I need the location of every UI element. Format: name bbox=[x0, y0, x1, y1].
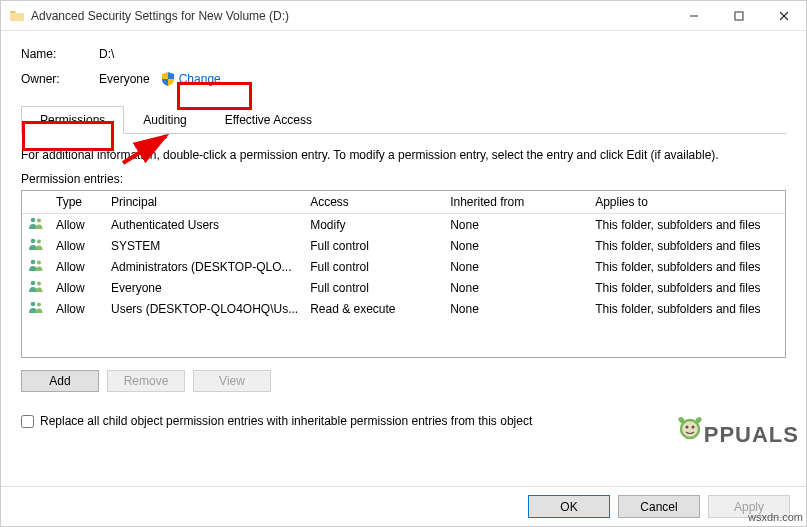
svg-point-17 bbox=[691, 426, 694, 429]
table-row[interactable]: AllowEveryoneFull controlNoneThis folder… bbox=[22, 277, 785, 298]
tab-permissions[interactable]: Permissions bbox=[21, 106, 124, 134]
cell-principal: Authenticated Users bbox=[105, 214, 304, 236]
tab-auditing[interactable]: Auditing bbox=[124, 106, 205, 134]
users-icon bbox=[22, 214, 50, 236]
cell-applies: This folder, subfolders and files bbox=[589, 256, 785, 277]
cell-principal: Administrators (DESKTOP-QLO... bbox=[105, 256, 304, 277]
svg-point-11 bbox=[37, 282, 41, 286]
watermark-logo: PPUALS bbox=[670, 415, 799, 455]
replace-checkbox-label: Replace all child object permission entr… bbox=[40, 414, 532, 428]
cell-applies: This folder, subfolders and files bbox=[589, 277, 785, 298]
svg-point-5 bbox=[37, 219, 41, 223]
svg-point-7 bbox=[37, 240, 41, 244]
cell-access: Read & execute bbox=[304, 298, 444, 319]
name-value: D:\ bbox=[99, 47, 114, 61]
cell-type: Allow bbox=[50, 214, 105, 236]
remove-button: Remove bbox=[107, 370, 185, 392]
tab-info-text: For additional information, double-click… bbox=[21, 148, 786, 162]
col-principal-header[interactable]: Principal bbox=[105, 191, 304, 214]
svg-point-16 bbox=[685, 426, 688, 429]
replace-checkbox-input[interactable] bbox=[21, 415, 34, 428]
svg-point-8 bbox=[31, 260, 36, 265]
col-type-header[interactable]: Type bbox=[50, 191, 105, 214]
cell-type: Allow bbox=[50, 277, 105, 298]
owner-row: Owner: Everyone Change bbox=[21, 71, 786, 87]
cell-access: Full control bbox=[304, 235, 444, 256]
cell-access: Full control bbox=[304, 277, 444, 298]
watermark-url: wsxdn.com bbox=[748, 511, 803, 523]
cell-applies: This folder, subfolders and files bbox=[589, 298, 785, 319]
svg-rect-1 bbox=[735, 12, 743, 20]
table-row[interactable]: AllowAuthenticated UsersModifyNoneThis f… bbox=[22, 214, 785, 236]
cell-inherited: None bbox=[444, 256, 589, 277]
svg-point-9 bbox=[37, 261, 41, 265]
svg-point-10 bbox=[31, 281, 36, 286]
cell-principal: SYSTEM bbox=[105, 235, 304, 256]
add-button[interactable]: Add bbox=[21, 370, 99, 392]
table-header-row: Type Principal Access Inherited from App… bbox=[22, 191, 785, 214]
table-row[interactable]: AllowUsers (DESKTOP-QLO4OHQ\Us...Read & … bbox=[22, 298, 785, 319]
window-title: Advanced Security Settings for New Volum… bbox=[31, 9, 671, 23]
col-applies-header[interactable]: Applies to bbox=[589, 191, 785, 214]
cell-inherited: None bbox=[444, 298, 589, 319]
tab-strip: Permissions Auditing Effective Access bbox=[21, 105, 786, 134]
svg-point-12 bbox=[31, 302, 36, 307]
cell-applies: This folder, subfolders and files bbox=[589, 235, 785, 256]
shield-icon bbox=[160, 71, 176, 87]
svg-point-13 bbox=[37, 303, 41, 307]
entry-buttons-row: Add Remove View bbox=[21, 370, 786, 392]
users-icon bbox=[22, 298, 50, 319]
entries-label: Permission entries: bbox=[21, 172, 786, 186]
cell-type: Allow bbox=[50, 256, 105, 277]
folder-icon bbox=[9, 8, 25, 24]
svg-point-4 bbox=[31, 218, 36, 223]
cell-inherited: None bbox=[444, 214, 589, 236]
table-row[interactable]: AllowAdministrators (DESKTOP-QLO...Full … bbox=[22, 256, 785, 277]
cancel-button[interactable]: Cancel bbox=[618, 495, 700, 518]
watermark-text: PPUALS bbox=[704, 422, 799, 448]
titlebar: Advanced Security Settings for New Volum… bbox=[1, 1, 806, 31]
owner-value: Everyone bbox=[99, 72, 150, 86]
name-label: Name: bbox=[21, 47, 99, 61]
cell-type: Allow bbox=[50, 298, 105, 319]
window-controls bbox=[671, 1, 806, 30]
owner-label: Owner: bbox=[21, 72, 99, 86]
cell-inherited: None bbox=[444, 235, 589, 256]
view-button: View bbox=[193, 370, 271, 392]
cell-access: Full control bbox=[304, 256, 444, 277]
change-owner-link[interactable]: Change bbox=[179, 72, 221, 86]
cell-inherited: None bbox=[444, 277, 589, 298]
cell-principal: Everyone bbox=[105, 277, 304, 298]
name-row: Name: D:\ bbox=[21, 47, 786, 61]
cell-principal: Users (DESKTOP-QLO4OHQ\Us... bbox=[105, 298, 304, 319]
cell-type: Allow bbox=[50, 235, 105, 256]
dialog-footer: OK Cancel Apply bbox=[1, 486, 806, 526]
table-row[interactable]: AllowSYSTEMFull controlNoneThis folder, … bbox=[22, 235, 785, 256]
cell-access: Modify bbox=[304, 214, 444, 236]
col-access-header[interactable]: Access bbox=[304, 191, 444, 214]
tab-effective-access[interactable]: Effective Access bbox=[206, 106, 331, 134]
col-inherited-header[interactable]: Inherited from bbox=[444, 191, 589, 214]
cell-applies: This folder, subfolders and files bbox=[589, 214, 785, 236]
users-icon bbox=[22, 277, 50, 298]
users-icon bbox=[22, 235, 50, 256]
close-button[interactable] bbox=[761, 1, 806, 30]
permission-entries-table: Type Principal Access Inherited from App… bbox=[21, 190, 786, 358]
maximize-button[interactable] bbox=[716, 1, 761, 30]
col-icon-header[interactable] bbox=[22, 191, 50, 214]
ok-button[interactable]: OK bbox=[528, 495, 610, 518]
minimize-button[interactable] bbox=[671, 1, 716, 30]
users-icon bbox=[22, 256, 50, 277]
svg-point-6 bbox=[31, 239, 36, 244]
